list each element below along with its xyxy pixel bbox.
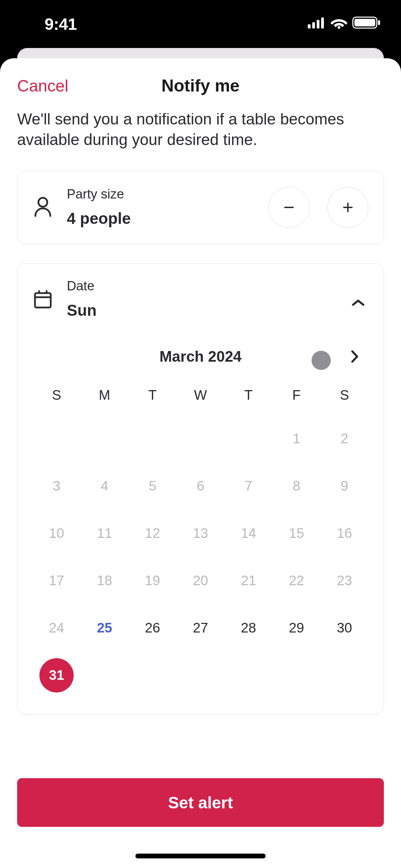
calendar-day[interactable]: 26	[129, 604, 177, 652]
calendar-day	[129, 652, 177, 699]
description-text: We'll send you a notification if a table…	[17, 113, 384, 150]
calendar-grid: 1234567891011121314151617181920212223242…	[33, 415, 368, 699]
plus-icon	[341, 201, 355, 214]
sheet-body: We'll send you a notification if a table…	[0, 113, 401, 868]
svg-rect-2	[317, 20, 319, 28]
svg-rect-7	[378, 20, 380, 25]
page-title: Notify me	[161, 76, 240, 96]
calendar-day[interactable]: 21	[224, 557, 272, 604]
status-bar: 9:41	[0, 0, 401, 48]
calendar-day[interactable]: 17	[33, 557, 81, 604]
decrement-button[interactable]	[268, 187, 309, 228]
svg-rect-0	[308, 24, 311, 28]
calendar-day[interactable]: 16	[320, 510, 368, 557]
calendar-day[interactable]: 6	[177, 462, 224, 510]
home-indicator	[135, 854, 266, 858]
loading-indicator-icon	[312, 351, 331, 370]
party-size-card: Party size 4 people	[17, 171, 384, 244]
month-label: March 2024	[159, 348, 242, 365]
calendar-day	[224, 652, 272, 699]
calendar-day[interactable]: 29	[272, 604, 320, 652]
svg-point-4	[338, 26, 340, 29]
calendar-day	[177, 652, 224, 699]
calendar-day[interactable]: 9	[320, 462, 368, 510]
increment-button[interactable]	[327, 187, 368, 228]
weekday-label: F	[272, 387, 320, 403]
calendar-day[interactable]: 19	[129, 557, 177, 604]
calendar-day[interactable]: 1	[272, 415, 320, 462]
date-label: Date	[67, 279, 368, 293]
collapse-button[interactable]	[348, 292, 368, 313]
calendar-week: 12	[33, 415, 368, 462]
calendar-day[interactable]: 25	[81, 604, 129, 652]
calendar-day[interactable]: 11	[81, 510, 129, 557]
calendar-day[interactable]: 30	[320, 604, 368, 652]
month-row: March 2024	[33, 339, 368, 374]
date-value: Sun	[67, 301, 368, 320]
weekday-row: S M T W T F S	[33, 387, 368, 403]
calendar-week: 17181920212223	[33, 557, 368, 604]
calendar-day[interactable]: 13	[177, 510, 224, 557]
calendar-day	[33, 415, 81, 462]
calendar-day[interactable]: 20	[177, 557, 224, 604]
weekday-label: S	[33, 387, 81, 403]
party-size-label: Party size	[67, 187, 255, 202]
status-icons	[308, 16, 380, 29]
wifi-icon	[330, 16, 348, 29]
calendar-day[interactable]: 22	[272, 557, 320, 604]
date-card: Date Sun March 2024 S M T W T	[17, 263, 384, 714]
weekday-label: M	[81, 387, 129, 403]
calendar-day	[320, 652, 368, 699]
calendar-day[interactable]: 18	[81, 557, 129, 604]
calendar-day[interactable]: 3	[33, 462, 81, 510]
calendar-icon	[33, 289, 53, 309]
calendar-week: 10111213141516	[33, 510, 368, 557]
calendar-day	[177, 415, 224, 462]
calendar-day[interactable]: 12	[129, 510, 177, 557]
calendar-day[interactable]: 27	[177, 604, 224, 652]
footer: Set alert	[17, 778, 384, 827]
sheet-header: Cancel Notify me	[0, 58, 401, 113]
calendar-day[interactable]: 5	[129, 462, 177, 510]
calendar-day[interactable]: 8	[272, 462, 320, 510]
calendar-day[interactable]: 24	[33, 604, 81, 652]
calendar-day	[81, 415, 129, 462]
calendar-day[interactable]: 10	[33, 510, 81, 557]
calendar-day[interactable]: 28	[224, 604, 272, 652]
cancel-button[interactable]: Cancel	[17, 76, 68, 95]
battery-icon	[352, 16, 380, 29]
svg-rect-11	[347, 203, 349, 212]
svg-rect-1	[312, 22, 315, 28]
calendar-day	[129, 415, 177, 462]
person-icon	[33, 197, 53, 218]
minus-icon	[282, 201, 296, 214]
weekday-label: S	[320, 387, 368, 403]
calendar-week: 31	[33, 652, 368, 699]
calendar-day[interactable]: 7	[224, 462, 272, 510]
calendar-day	[272, 652, 320, 699]
calendar-day[interactable]: 15	[272, 510, 320, 557]
svg-point-8	[38, 198, 47, 207]
status-time: 9:41	[45, 15, 77, 34]
calendar-day[interactable]: 31	[33, 652, 81, 699]
svg-rect-12	[35, 293, 51, 308]
chevron-right-icon	[351, 350, 359, 363]
party-size-value: 4 people	[67, 209, 255, 228]
cellular-icon	[308, 17, 326, 28]
svg-rect-6	[354, 19, 375, 26]
calendar-day	[81, 652, 129, 699]
calendar-day[interactable]: 23	[320, 557, 368, 604]
calendar-day[interactable]: 2	[320, 415, 368, 462]
weekday-label: W	[177, 387, 224, 403]
svg-rect-3	[321, 17, 324, 28]
notify-modal: Cancel Notify me We'll send you a notifi…	[0, 58, 401, 868]
calendar-week: 24252627282930	[33, 604, 368, 652]
party-stepper	[268, 187, 368, 228]
set-alert-button[interactable]: Set alert	[17, 778, 384, 827]
calendar-day	[224, 415, 272, 462]
next-month-button[interactable]	[344, 346, 365, 367]
calendar-day[interactable]: 14	[224, 510, 272, 557]
calendar-day[interactable]: 4	[81, 462, 129, 510]
svg-rect-9	[284, 207, 294, 208]
calendar-week: 3456789	[33, 462, 368, 510]
